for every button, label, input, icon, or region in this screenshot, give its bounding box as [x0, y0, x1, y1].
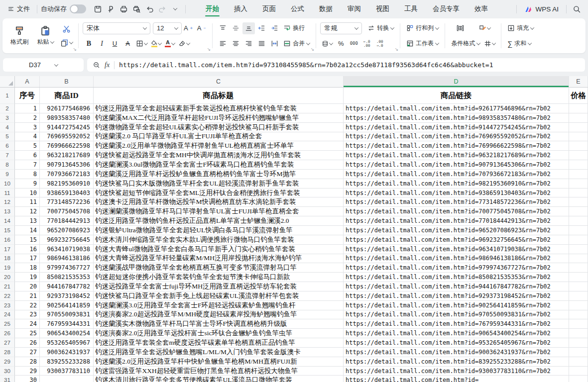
cell-E30[interactable]	[569, 367, 588, 376]
cell-E6[interactable]	[569, 141, 588, 151]
cell-B5[interactable]: 769695592052	[40, 132, 94, 142]
align-center-button[interactable]	[230, 38, 242, 50]
cell-C25[interactable]: 钓迷蘭溪实木微物路亚竿杆马口竿富士导环F快调直柄枪柄升级版	[94, 319, 344, 329]
cell-B18[interactable]: 986946138186	[40, 254, 94, 264]
cell-A31[interactable]: 30	[15, 376, 40, 382]
cell-B27[interactable]: 953265405967	[40, 338, 94, 348]
file-menu-button[interactable]: 文件	[4, 2, 33, 16]
cell-C27[interactable]: 钓迷泛用路亚竿套装全套m硬度远投竿碳素单竿枪柄直柄正品钓鱼竿	[94, 338, 344, 348]
cell-E31[interactable]	[569, 376, 588, 382]
cell-C28[interactable]: 钓迷泛用路亚竿全套远投鲈鳜鱼翘嘴L/ML/M入门钓鱼竿套装金版澳卡	[94, 348, 344, 357]
cell-E20[interactable]	[569, 273, 588, 282]
cell-C15[interactable]: 钓迷银鲈Ultra微物路亚竿全套超轻UL快调白条马口竿溪流弹射鱼竿	[94, 226, 344, 235]
print-button[interactable]	[117, 2, 130, 15]
cell-D2[interactable]: https://detail.tmall.com/item.htm?id=926…	[344, 104, 569, 113]
cell-E1[interactable]: 价格	[569, 88, 588, 104]
name-box[interactable]: D37	[3, 58, 84, 72]
cell-E17[interactable]	[569, 245, 588, 254]
row-header-3[interactable]: 3	[0, 113, 15, 123]
align-left-button[interactable]	[217, 38, 229, 50]
cell-D25[interactable]: https://detail.tmall.com/item.htm?id=767…	[344, 319, 569, 329]
wps-ai-button[interactable]: WPS AI	[520, 5, 563, 13]
text-spacing-button[interactable]	[268, 38, 281, 50]
cell-D15[interactable]: https://detail.tmall.com/item.htm?id=965…	[344, 226, 569, 235]
number-format-select[interactable]: 常规	[320, 22, 362, 34]
cell-B21[interactable]: 944167847782	[40, 282, 94, 291]
cell-C26[interactable]: 钓迷演奏家2.0泛用路亚竿远投杆富士sic环钛合金鳜鲈鱼钓鱼竿虫竿	[94, 329, 344, 338]
cell-C30[interactable]: 钓迷雷强路亚竿XXH超轻硬重雷巨物打黑鱼竿枪直柄杆远投大物鱼竿	[94, 367, 344, 376]
row-header-31[interactable]: 31	[0, 376, 15, 382]
cell-D31[interactable]: https://detail.tmall.com/item.htm?id=	[344, 376, 569, 382]
cell-E16[interactable]	[569, 235, 588, 245]
row-header-6[interactable]: 6	[0, 141, 15, 151]
redo-button[interactable]	[156, 2, 169, 15]
increase-decimal-button[interactable]: ←.0.00	[360, 38, 373, 50]
ribbon-tab-5[interactable]: 数据	[312, 0, 340, 18]
cell-D30[interactable]: https://detail.tmall.com/item.htm?id=930…	[344, 367, 569, 376]
row-header-30[interactable]: 30	[0, 367, 15, 376]
cell-E29[interactable]	[569, 357, 588, 367]
row-header-27[interactable]: 27	[0, 338, 15, 348]
worksheet-button[interactable]: 工作表	[404, 38, 441, 50]
cell-E12[interactable]	[569, 197, 588, 207]
row-header-13[interactable]: 13	[0, 207, 15, 216]
row-header-17[interactable]: 17	[0, 245, 15, 254]
column-header-C[interactable]: C	[94, 76, 344, 87]
cell-B16[interactable]: 969232756645	[40, 235, 94, 245]
ribbon-tab-9[interactable]: 会员专享	[425, 0, 467, 18]
cell-D11[interactable]: https://detail.tmall.com/item.htm?id=938…	[344, 189, 569, 198]
row-header-26[interactable]: 26	[0, 329, 15, 338]
cell-D26[interactable]: https://detail.tmall.com/item.htm?id=906…	[344, 329, 569, 338]
row-header-1[interactable]: 1	[0, 88, 15, 104]
cell-A16[interactable]: 15	[15, 235, 40, 245]
cell-A21[interactable]: 20	[15, 282, 40, 291]
ribbon-tab-6[interactable]: 审阅	[340, 0, 368, 18]
cell-B30[interactable]: 930037783110	[40, 367, 94, 376]
cell-C24[interactable]: 钓迷演奏家2.0超远投路亚竿M/MH硬度超轻碳素岸投海鲈翘嘴钓鱼竿	[94, 310, 344, 320]
cell-A6[interactable]: 5	[15, 141, 40, 151]
cell-A24[interactable]: 23	[15, 310, 40, 320]
bold-button[interactable]: B	[83, 38, 95, 50]
cell-B19[interactable]: 979974367727	[40, 263, 94, 273]
row-header-12[interactable]: 12	[0, 197, 15, 207]
font-color-button[interactable]: A	[163, 38, 176, 50]
cell-B15[interactable]: 965207086923	[40, 226, 94, 235]
cell-B8[interactable]: 907913645306	[40, 160, 94, 170]
cell-C22[interactable]: 钓迷快鲨马口路亚竿全套新手免上线超轻碳素UL溪流弹射杆竿包套装	[94, 291, 344, 301]
cell-B11[interactable]: 938659130403	[40, 189, 94, 198]
cell-E4[interactable]	[569, 123, 588, 132]
cell-A13[interactable]: 12	[15, 207, 40, 216]
cell-D3[interactable]: https://detail.tmall.com/item.htm?id=989…	[344, 113, 569, 123]
group-expand-icon[interactable]: ↘	[207, 47, 211, 52]
row-header-5[interactable]: 5	[0, 132, 15, 142]
cell-E25[interactable]	[569, 319, 588, 329]
export-pdf-button[interactable]	[104, 2, 117, 15]
decrease-indent-button[interactable]	[255, 22, 268, 34]
cell-C12[interactable]: 钓迷澳卡泛用路亚竿杆微物远投竿M快调枪柄直纺车水滴轮新手套装	[94, 197, 344, 207]
cell-A11[interactable]: 10	[15, 189, 40, 198]
cell-A10[interactable]: 9	[15, 179, 40, 189]
cell-C14[interactable]: 钓迷泛用路亚竿微物钓鱼杆远投正品直柄L单竿富士鲈鳜鱼澜溪2.0	[94, 216, 344, 226]
cell-C4[interactable]: 钓迷微物路亚竿全套超轻UL碳素实心稍弹射远投快鲨马口杆新手套装	[94, 123, 344, 132]
search-button[interactable]	[570, 2, 583, 15]
cell-C2[interactable]: 钓迷泛用路亚竿全套超轻碳素新手套装远投枪直柄杆快鲨钓鱼竿套装	[94, 104, 344, 113]
row-header-18[interactable]: 18	[0, 254, 15, 264]
row-header-4[interactable]: 4	[0, 123, 15, 132]
align-middle-button[interactable]	[230, 22, 242, 34]
cell-C21[interactable]: 钓迷远投路亚竿全套富士fuji导环MH泛用路亚直柄远投竿纺车轮套装	[94, 282, 344, 291]
insert-function-button[interactable]: fx	[105, 61, 110, 69]
cell-E22[interactable]	[569, 291, 588, 301]
cell-C9[interactable]: 钓迷蘭溪泛用路亚竿杆远投鲈鱼鳜鱼直柄枪柄钓鱼竿富士导环M抛竿	[94, 170, 344, 179]
cell-D7[interactable]: https://detail.tmall.com/item.htm?id=963…	[344, 151, 569, 160]
cell-B7[interactable]: 963218217689	[40, 151, 94, 160]
cell-A9[interactable]: 8	[15, 170, 40, 179]
row-header-19[interactable]: 19	[0, 263, 15, 273]
cell-A7[interactable]: 6	[15, 151, 40, 160]
increase-font-button[interactable]: A＋	[182, 22, 195, 34]
row-header-11[interactable]: 11	[0, 189, 15, 198]
cell-C31[interactable]: 钓迷木清川旅行路亚竿全套多节便携碳素竿UL溪流马口微物竿套装	[94, 376, 344, 382]
cell-E8[interactable]	[569, 160, 588, 170]
cell-C19[interactable]: 钓迷蘭溪战甲微物路亚竿全套枪柄直柄互换可变多节溪流弹射马口竿	[94, 263, 344, 273]
cell-A2[interactable]: 1	[15, 104, 40, 113]
sum-button[interactable]: ∑ 求和	[505, 38, 533, 50]
